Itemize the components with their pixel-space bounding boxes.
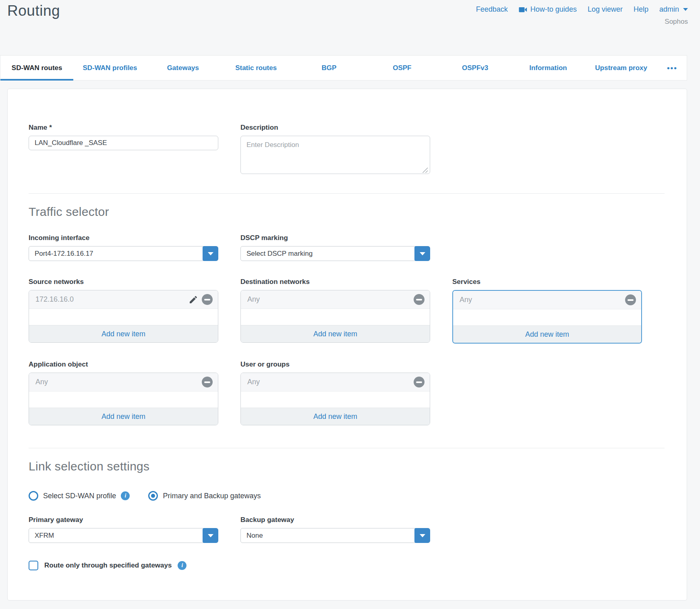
application-object-label: Application object bbox=[29, 360, 218, 369]
user-or-groups-box: Any Add new item bbox=[240, 373, 430, 425]
networks-row: Source networks 172.16.16.0 Add new item bbox=[29, 278, 665, 344]
info-icon[interactable]: i bbox=[121, 491, 130, 500]
source-networks-label: Source networks bbox=[29, 278, 218, 286]
backup-gateway-label: Backup gateway bbox=[240, 516, 430, 524]
services-label-text: Services bbox=[452, 278, 480, 286]
name-input[interactable] bbox=[29, 136, 218, 150]
itembox-empty-area bbox=[29, 309, 218, 325]
source-networks-box: 172.16.16.0 Add new item bbox=[29, 290, 218, 343]
tab-sd-wan-profiles[interactable]: SD-WAN profiles bbox=[73, 56, 146, 80]
add-new-item-button[interactable]: Add new item bbox=[453, 325, 641, 343]
tab-label: SD-WAN profiles bbox=[83, 64, 137, 72]
link-selection-heading: Link selection settings bbox=[29, 460, 665, 473]
source-network-item-text: 172.16.16.0 bbox=[35, 295, 74, 304]
required-asterisk: * bbox=[49, 124, 52, 132]
primary-gateway-label-text: Primary gateway bbox=[29, 516, 83, 524]
tab-ospfv3[interactable]: OSPFv3 bbox=[439, 56, 512, 80]
add-new-item-button[interactable]: Add new item bbox=[29, 325, 218, 342]
tab-information[interactable]: Information bbox=[512, 56, 584, 80]
remove-item-icon[interactable] bbox=[414, 377, 425, 387]
destination-networks-label: Destination networks bbox=[240, 278, 430, 286]
tab-label: BGP bbox=[322, 64, 337, 72]
more-dots-icon: ••• bbox=[667, 64, 677, 72]
primary-gateway-dropdown[interactable]: XFRM bbox=[29, 528, 218, 543]
backup-gateway-label-text: Backup gateway bbox=[240, 516, 294, 524]
radio-selected-icon[interactable] bbox=[148, 491, 158, 501]
source-networks-group: Source networks 172.16.16.0 Add new item bbox=[29, 278, 218, 343]
tab-static-routes[interactable]: Static routes bbox=[220, 56, 292, 80]
section-divider bbox=[29, 193, 665, 194]
list-item: Any bbox=[29, 373, 218, 392]
remove-item-icon[interactable] bbox=[202, 377, 213, 387]
incoming-interface-label-text: Incoming interface bbox=[29, 234, 89, 242]
tab-gateways[interactable]: Gateways bbox=[147, 56, 220, 80]
destination-networks-label-text: Destination networks bbox=[240, 278, 310, 286]
tab-upstream-proxy[interactable]: Upstream proxy bbox=[585, 56, 658, 80]
dropdown-arrow-icon[interactable] bbox=[203, 528, 218, 543]
remove-item-icon[interactable] bbox=[202, 294, 213, 305]
log-viewer-link[interactable]: Log viewer bbox=[588, 5, 623, 14]
primary-gateway-value: XFRM bbox=[29, 528, 218, 543]
tab-bgp[interactable]: BGP bbox=[292, 56, 365, 80]
description-label: Description bbox=[240, 124, 430, 132]
tab-label: SD-WAN routes bbox=[12, 64, 62, 72]
radio-primary-backup-gateways[interactable]: Primary and Backup gateways bbox=[148, 491, 261, 501]
itembox-empty-area bbox=[29, 392, 218, 408]
dscp-marking-dropdown[interactable]: Select DSCP marking bbox=[240, 246, 430, 261]
user-or-groups-label-text: User or groups bbox=[240, 360, 290, 369]
remove-item-icon[interactable] bbox=[625, 294, 636, 305]
primary-gateway-label: Primary gateway bbox=[29, 516, 218, 524]
link-selection-options: Select SD-WAN profile i Primary and Back… bbox=[29, 491, 665, 501]
dropdown-arrow-icon[interactable] bbox=[414, 246, 430, 261]
destination-network-item-text: Any bbox=[247, 295, 260, 304]
description-textarea[interactable] bbox=[240, 136, 430, 174]
how-to-guides-label: How-to guides bbox=[530, 5, 577, 14]
route-only-checkbox[interactable] bbox=[29, 561, 38, 570]
add-new-item-button[interactable]: Add new item bbox=[29, 408, 218, 425]
application-object-group: Application object Any Add new item bbox=[29, 360, 218, 425]
application-users-row: Application object Any Add new item User… bbox=[29, 360, 665, 425]
list-item: Any bbox=[453, 291, 641, 309]
dropdown-arrow-icon[interactable] bbox=[414, 528, 430, 543]
remove-item-icon[interactable] bbox=[414, 294, 425, 305]
admin-menu[interactable]: admin bbox=[659, 5, 688, 14]
add-new-item-label: Add new item bbox=[313, 412, 357, 421]
user-or-groups-group: User or groups Any Add new item bbox=[240, 360, 430, 425]
feedback-link[interactable]: Feedback bbox=[476, 5, 508, 14]
help-link[interactable]: Help bbox=[634, 5, 648, 14]
radio-unselected-icon[interactable] bbox=[29, 491, 38, 501]
add-new-item-button[interactable]: Add new item bbox=[241, 408, 430, 425]
tab-label: Gateways bbox=[167, 64, 199, 72]
route-only-checkbox-label: Route only through specified gateways bbox=[44, 561, 172, 570]
tab-sd-wan-routes[interactable]: SD-WAN routes bbox=[0, 56, 73, 80]
tab-ospf[interactable]: OSPF bbox=[366, 56, 439, 80]
itembox-empty-area bbox=[241, 392, 430, 408]
info-icon[interactable]: i bbox=[178, 561, 186, 570]
edit-pencil-icon[interactable] bbox=[188, 295, 198, 304]
radio-label: Primary and Backup gateways bbox=[163, 492, 261, 500]
route-only-row: Route only through specified gateways i bbox=[29, 561, 665, 570]
service-item-text: Any bbox=[460, 296, 472, 304]
how-to-guides-link[interactable]: How-to guides bbox=[519, 5, 577, 14]
tab-label: Upstream proxy bbox=[595, 64, 647, 72]
backup-gateway-dropdown[interactable]: None bbox=[240, 528, 430, 543]
dropdown-arrow-icon[interactable] bbox=[203, 246, 218, 261]
primary-gateway-group: Primary gateway XFRM bbox=[29, 516, 218, 543]
radio-select-sd-wan-profile[interactable]: Select SD-WAN profile i bbox=[29, 491, 130, 501]
dscp-marking-group: DSCP marking Select DSCP marking bbox=[240, 234, 430, 261]
incoming-interface-dropdown[interactable]: Port4-172.16.16.17 bbox=[29, 246, 218, 261]
add-new-item-label: Add new item bbox=[313, 330, 357, 338]
incoming-interface-value: Port4-172.16.16.17 bbox=[29, 246, 218, 261]
tab-more-menu[interactable]: ••• bbox=[658, 56, 687, 80]
list-item: 172.16.16.0 bbox=[29, 290, 218, 309]
list-item: Any bbox=[241, 373, 430, 392]
application-item-text: Any bbox=[35, 378, 48, 386]
destination-networks-box: Any Add new item bbox=[240, 290, 430, 343]
add-new-item-button[interactable]: Add new item bbox=[241, 325, 430, 342]
dscp-marking-label-text: DSCP marking bbox=[240, 234, 288, 242]
dscp-marking-label: DSCP marking bbox=[240, 234, 430, 242]
page-title: Routing bbox=[7, 2, 60, 19]
name-label-text: Name bbox=[29, 124, 47, 132]
user-or-groups-label: User or groups bbox=[240, 360, 430, 369]
services-box: Any Add new item bbox=[452, 290, 642, 344]
